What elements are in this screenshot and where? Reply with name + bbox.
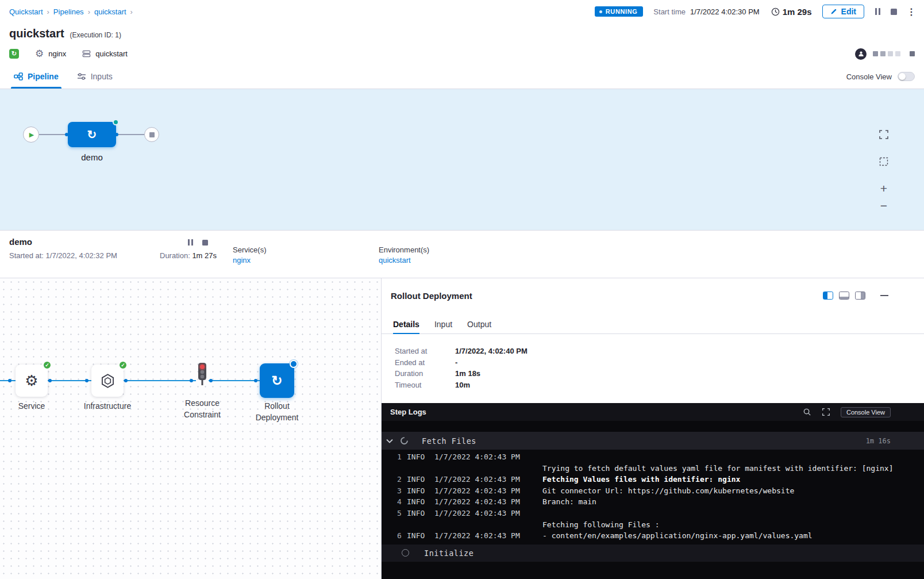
step-panel-tabs: Details Input Output: [382, 315, 924, 334]
chevron-down-icon: [386, 439, 393, 443]
pending-circle-icon: [402, 549, 409, 557]
elapsed-time: 1m 29s: [783, 7, 812, 17]
service-link[interactable]: nginx: [233, 256, 251, 264]
step-node-resource-constraint[interactable]: [196, 362, 209, 390]
pipeline-end-node[interactable]: [144, 127, 159, 142]
view-tab-bar: Pipeline Inputs Console View: [0, 64, 924, 89]
step-node-service[interactable]: ⚙ ✓: [16, 365, 48, 397]
gear-icon: ⚙: [35, 49, 44, 59]
more-options-icon[interactable]: ⋮: [907, 6, 916, 17]
tab-inputs[interactable]: Inputs: [77, 64, 113, 89]
step-node-rollout-deployment[interactable]: ↻: [260, 363, 294, 398]
stage-status-square[interactable]: [873, 51, 878, 56]
console-view-control: Console View: [846, 72, 915, 81]
hexagon-icon: [100, 373, 116, 389]
minimize-panel-icon[interactable]: [880, 295, 888, 296]
breadcrumb-link-pipelines[interactable]: Pipelines: [53, 7, 84, 16]
tab-pipeline[interactable]: Pipeline: [14, 64, 59, 89]
tab-details[interactable]: Details: [393, 315, 419, 333]
pipeline-icon: [14, 72, 23, 80]
breadcrumb-link-pipeline-quickstart[interactable]: quickstart: [94, 7, 126, 16]
log-line: 1 INFO 1/7/2022 4:02:43 PM Trying to fet…: [382, 451, 924, 474]
step-logs-title: Step Logs: [390, 408, 792, 416]
pipeline-edge: [39, 134, 68, 135]
pipeline-start-node[interactable]: ▶: [23, 126, 39, 143]
edit-button[interactable]: Edit: [822, 5, 864, 18]
execution-graph[interactable]: ⚙ ✓ Service ✓ Infrastructure: [0, 278, 382, 579]
stage-status-square[interactable]: [895, 51, 900, 56]
environment-tag-label: quickstart: [95, 49, 128, 58]
edit-button-label: Edit: [841, 7, 856, 16]
tab-input[interactable]: Input: [434, 315, 452, 333]
stage-abort-button[interactable]: [202, 240, 208, 246]
layout-split-right-icon[interactable]: [855, 292, 865, 300]
stage-status-square[interactable]: [910, 51, 915, 56]
layout-split-bottom-icon[interactable]: [839, 292, 849, 300]
stage-status-square[interactable]: [888, 51, 893, 56]
status-badge-label: RUNNING: [606, 8, 638, 15]
edge-connector-dot: [209, 379, 213, 382]
stop-icon: [149, 132, 155, 137]
tab-pipeline-label: Pipeline: [28, 72, 59, 81]
edge-connector-dot: [85, 379, 88, 382]
detail-row-ended-at: Ended at -: [395, 357, 915, 369]
log-line: 6 INFO 1/7/2022 4:02:43 PM - content/en/…: [382, 530, 924, 542]
clock-icon: [771, 7, 780, 16]
stage-label[interactable]: demo: [68, 152, 116, 162]
console-view-toggle[interactable]: [898, 72, 915, 81]
layout-split-left-icon[interactable]: [823, 292, 833, 300]
play-icon: ▶: [29, 132, 34, 138]
stage-status-square[interactable]: [880, 51, 886, 56]
log-console-view-button[interactable]: Console View: [841, 407, 891, 417]
canvas-select-marquee-button[interactable]: [877, 155, 891, 168]
log-line: 4 INFO 1/7/2022 4:02:43 PM Branch: main: [382, 496, 924, 508]
log-expand-icon[interactable]: [822, 408, 830, 416]
canvas-zoom-in-button[interactable]: +: [877, 181, 891, 195]
log-section-initialize[interactable]: Initialize: [382, 545, 924, 562]
stage-started-at: Started at: 1/7/2022, 4:02:32 PM: [9, 251, 117, 260]
stage-pause-button[interactable]: [187, 239, 194, 246]
execution-id: (Execution ID: 1): [70, 31, 121, 39]
chevron-right-icon: ›: [130, 7, 133, 16]
sliders-icon: [77, 72, 86, 80]
pipeline-canvas[interactable]: ▶ ↻ demo + −: [0, 89, 924, 230]
traffic-light-icon: [196, 362, 209, 388]
pipeline-edge: [116, 134, 144, 135]
breadcrumb: Quickstart › Pipelines › quickstart ›: [9, 7, 133, 16]
git-connector-link[interactable]: https://github.com/kubernetes/website: [628, 486, 795, 495]
abort-execution-button[interactable]: [891, 9, 897, 15]
log-section-name: Initialize: [424, 549, 473, 558]
stage-node-demo[interactable]: ↻: [68, 122, 116, 147]
tab-output[interactable]: Output: [467, 315, 491, 333]
step-label-rollout-deployment: Rollout Deployment: [245, 400, 309, 424]
panel-layout-controls: [823, 292, 888, 300]
stage-details-bar: demo Started at: 1/7/2022, 4:02:32 PM Du…: [0, 230, 924, 278]
canvas-fullscreen-button[interactable]: [877, 128, 891, 141]
gear-icon: ⚙: [25, 373, 38, 388]
edge-connector-dot: [48, 379, 52, 382]
detail-row-timeout: Timeout 10m: [395, 379, 915, 391]
edge-connector-dot: [190, 379, 193, 382]
tab-inputs-label: Inputs: [91, 72, 113, 81]
user-avatar[interactable]: [855, 48, 867, 60]
log-search-icon[interactable]: [803, 408, 811, 416]
environment-link[interactable]: quickstart: [379, 256, 411, 264]
execution-page: Quickstart › Pipelines › quickstart › RU…: [0, 0, 924, 579]
service-tag[interactable]: ⚙ nginx: [35, 49, 66, 59]
start-time-label: Start time: [653, 7, 686, 16]
pause-execution-button[interactable]: [874, 8, 881, 15]
spinner-icon: [400, 436, 409, 445]
canvas-zoom-out-button[interactable]: −: [877, 198, 891, 212]
step-logs-panel: Step Logs Console View: [382, 403, 924, 579]
log-line: 2 INFO 1/7/2022 4:02:43 PM Fetching Valu…: [382, 474, 924, 485]
step-label-infrastructure: Infrastructure: [76, 400, 139, 412]
breadcrumb-link-quickstart[interactable]: Quickstart: [9, 7, 43, 16]
edge-connector-dot: [8, 379, 11, 382]
step-node-infrastructure[interactable]: ✓: [91, 365, 124, 397]
stage-running-dot: [113, 119, 119, 125]
edge-connector-dot: [115, 133, 118, 136]
log-section-fetch-files[interactable]: Fetch Files 1m 16s: [382, 432, 924, 450]
pencil-icon: [830, 8, 837, 15]
environment-tag[interactable]: quickstart: [82, 49, 128, 58]
log-body[interactable]: Fetch Files 1m 16s 1 INFO 1/7/2022 4:02:…: [382, 421, 924, 579]
